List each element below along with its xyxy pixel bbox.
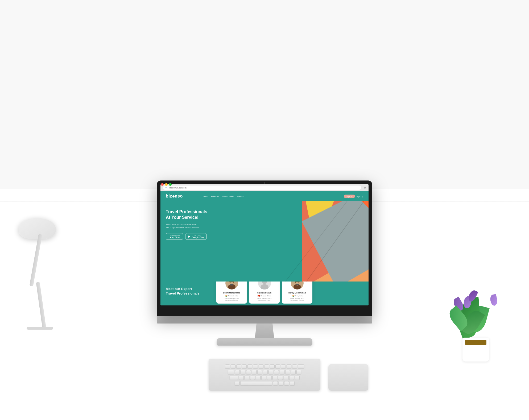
signin-button[interactable]: Sign In	[344, 195, 355, 198]
key	[290, 381, 295, 385]
key	[275, 364, 280, 369]
key	[256, 376, 261, 380]
key	[259, 364, 263, 369]
key	[235, 370, 240, 374]
hero-content: Travel Professionals At Your Service! Pe…	[160, 201, 235, 282]
keyboard-row-1	[225, 364, 304, 369]
site-navigation: biznso Home About Us How Its Works Conta…	[160, 191, 369, 201]
wall-background	[0, 0, 529, 210]
app-store-text: Download on the App Store	[170, 234, 180, 238]
professionals-section: Meet our Expert Travel Professionals	[160, 282, 369, 305]
svg-rect-15	[296, 284, 299, 285]
desk-lamp	[16, 218, 90, 330]
key	[241, 370, 245, 374]
prof-lang-2: Languages Known	[258, 299, 271, 301]
hero-title: Travel Professionals At Your Service!	[166, 209, 230, 220]
space-key	[240, 381, 272, 385]
google-play-icon: ▶	[188, 235, 190, 238]
signup-button[interactable]: Sign Up	[357, 195, 363, 197]
keyboard	[209, 359, 320, 391]
key	[270, 364, 275, 369]
hero-subtitle: Personalize your travel experiencewith o…	[166, 223, 230, 229]
prof-lang-3: Languages Known	[291, 299, 304, 301]
traffic-light-yellow[interactable]	[165, 183, 168, 186]
imac-chin	[157, 316, 372, 324]
key	[280, 370, 284, 374]
url-text: https://www.bizinso.in	[169, 187, 187, 189]
website-content: biznso Home About Us How Its Works Conta…	[160, 191, 369, 305]
prof-location-3: 🇮🇳 Delhi, India	[292, 295, 303, 297]
section-title: Meet our Expert Travel Professionals	[166, 287, 208, 296]
key	[298, 364, 304, 369]
key	[267, 376, 272, 380]
browser-toolbar: 🔍 https://www.bizinso.in ↻	[160, 184, 369, 191]
prof-lang-1: Languages Known	[225, 299, 238, 301]
google-play-button[interactable]: ▶ GET IT ON Google Play	[185, 233, 207, 240]
key	[263, 370, 268, 374]
trackpad[interactable]	[328, 364, 368, 391]
scene: 🔍 https://www.bizinso.in ↻ biznso	[0, 0, 529, 420]
key	[268, 370, 273, 374]
key	[225, 364, 230, 369]
logo-dot	[172, 195, 175, 198]
nav-links: Home About Us How Its Works Contact	[203, 195, 244, 197]
browser-reload-icon[interactable]: ↻	[364, 186, 366, 189]
traffic-light-red[interactable]	[161, 183, 164, 186]
hero-image	[235, 201, 369, 282]
key	[230, 376, 238, 380]
search-icon: 🔍	[165, 187, 168, 189]
key	[236, 364, 241, 369]
prof-location-2: 🇨🇳 Belarus, China	[258, 295, 271, 297]
nav-contact[interactable]: Contact	[237, 195, 243, 197]
traffic-light-green[interactable]	[169, 183, 172, 186]
key	[253, 364, 258, 369]
nav-home[interactable]: Home	[203, 195, 208, 197]
key	[228, 370, 234, 374]
key	[242, 364, 247, 369]
key	[285, 370, 290, 374]
prof-name-3: Henry Mohammad	[288, 292, 306, 294]
key	[235, 381, 239, 385]
key	[291, 370, 296, 374]
keyboard-row-4	[235, 381, 295, 385]
imac-monitor: 🔍 https://www.bizinso.in ↻ biznso	[157, 180, 372, 346]
key	[246, 370, 251, 374]
nav-how-works[interactable]: How Its Works	[222, 195, 234, 197]
browser-window: 🔍 https://www.bizinso.in ↻ biznso	[160, 184, 369, 305]
website: biznso Home About Us How Its Works Conta…	[160, 191, 369, 305]
key	[287, 364, 291, 369]
key	[278, 376, 283, 380]
key	[231, 364, 235, 369]
key	[281, 364, 286, 369]
imac-screen-frame: 🔍 https://www.bizinso.in ↻ biznso	[157, 180, 372, 316]
imac-neck	[249, 324, 280, 338]
key	[296, 370, 301, 374]
key	[264, 364, 269, 369]
prof-location-1: 🇮🇳 Mumbai, India	[225, 295, 238, 297]
key	[295, 376, 300, 380]
site-logo: biznso	[166, 194, 183, 199]
key	[273, 381, 278, 385]
key	[272, 376, 277, 380]
flag-2: 🇨🇳	[258, 295, 260, 297]
key	[250, 376, 255, 380]
svg-rect-7	[230, 284, 233, 285]
browser-url-bar[interactable]: 🔍 https://www.bizinso.in	[163, 186, 361, 190]
app-store-button[interactable]: Download on the App Store	[166, 233, 183, 240]
prof-name-1: Subhi Mohammad	[223, 292, 240, 294]
google-play-text: GET IT ON Google Play	[192, 234, 204, 238]
key	[252, 370, 257, 374]
key	[245, 376, 249, 380]
flag-3: 🇮🇳	[292, 295, 294, 297]
plant	[449, 276, 502, 362]
keyboard-row-2	[228, 370, 301, 374]
key	[279, 381, 283, 385]
key	[274, 370, 279, 374]
imac-camera	[264, 182, 265, 184]
prof-name-2: Sigmund Stark	[257, 292, 271, 294]
key	[289, 376, 294, 380]
flag-1: 🇮🇳	[225, 295, 228, 297]
key	[257, 370, 262, 374]
hero-section: Travel Professionals At Your Service! Pe…	[160, 201, 369, 282]
nav-about[interactable]: About Us	[211, 195, 219, 197]
